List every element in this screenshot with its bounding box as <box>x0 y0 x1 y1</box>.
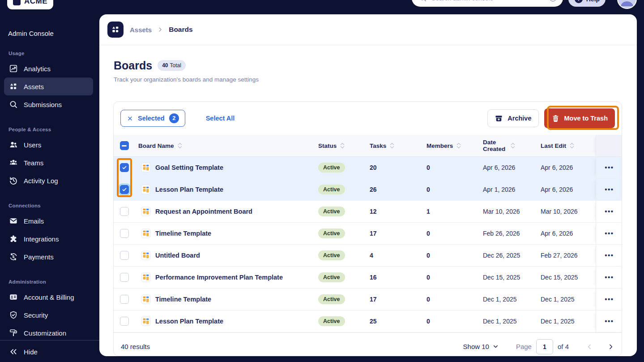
page-size-label: Show 10 <box>463 343 489 350</box>
search-help-icon[interactable]: ? <box>549 0 557 2</box>
sidebar-item-emails[interactable]: Emails <box>4 212 93 230</box>
last-edit-value: Dec 15, 2025 <box>535 267 596 288</box>
archive-label: Archive <box>508 115 531 122</box>
row-checkbox[interactable] <box>120 229 129 238</box>
select-all-checkbox[interactable] <box>120 141 129 150</box>
chevron-double-left-icon <box>9 347 18 356</box>
sidebar-item-activity-log[interactable]: Activity Log <box>4 172 93 190</box>
move-to-trash-label: Move to Trash <box>564 115 608 122</box>
row-checkbox[interactable] <box>120 185 129 194</box>
user-avatar[interactable] <box>617 0 637 9</box>
previous-page-button[interactable] <box>586 343 593 350</box>
sort-icon[interactable] <box>389 142 395 149</box>
table-row[interactable]: Lesson Plan Template Active 25 0 Dec 1, … <box>114 310 622 332</box>
page-number-input[interactable] <box>536 339 553 354</box>
sidebar-item-security[interactable]: Security <box>4 306 93 324</box>
board-name[interactable]: Goal Setting Template <box>155 164 223 171</box>
board-name[interactable]: Timeline Template <box>155 230 211 237</box>
sort-icon[interactable] <box>340 142 345 149</box>
trash-icon <box>551 114 560 123</box>
date-created-value: Dec 15, 2025 <box>477 267 535 288</box>
row-actions-button[interactable]: ••• <box>605 209 614 214</box>
sidebar-item-payments[interactable]: $Payments <box>4 248 93 266</box>
tasks-value: 4 <box>365 245 421 266</box>
row-actions-button[interactable]: ••• <box>605 253 614 258</box>
table-row[interactable]: Request an Appointment Board Active 12 1… <box>114 201 622 223</box>
board-icon <box>141 207 151 216</box>
search-input[interactable] <box>412 0 563 7</box>
table-row[interactable]: Timeline Template Active 17 0 Feb 26, 20… <box>114 223 622 245</box>
sort-icon[interactable] <box>569 142 575 149</box>
help-button[interactable]: ? Help <box>568 0 606 7</box>
breadcrumb-assets[interactable]: Assets <box>130 26 152 34</box>
table-row[interactable]: Timeline Template Active 17 0 Dec 1, 202… <box>114 289 622 310</box>
move-to-trash-button[interactable]: Move to Trash <box>544 108 615 128</box>
page-title: Boards <box>114 59 152 72</box>
row-actions-button[interactable]: ••• <box>605 319 614 323</box>
row-actions-button[interactable]: ••• <box>605 297 614 302</box>
sidebar-item-analytics[interactable]: Analytics <box>4 60 93 78</box>
row-checkbox[interactable] <box>120 251 129 260</box>
sidebar-item-label: Payments <box>24 253 54 261</box>
clear-selection-button[interactable]: Selected 2 <box>120 110 185 127</box>
table-row[interactable]: Performance Improvement Plan Template Ac… <box>114 267 622 289</box>
row-checkbox[interactable] <box>120 295 129 304</box>
sidebar-section-label: Connections <box>9 203 99 208</box>
row-checkbox[interactable] <box>120 273 129 282</box>
board-icon <box>141 316 151 326</box>
table-toolbar: Selected 2 Select All Archive Move to Tr… <box>114 102 622 135</box>
board-icon <box>141 185 151 194</box>
board-name[interactable]: Timeline Template <box>155 296 211 303</box>
acme-logo[interactable]: ACME <box>7 0 53 9</box>
paint-roller-icon <box>9 328 18 337</box>
svg-text:?: ? <box>577 0 580 2</box>
archive-button[interactable]: Archive <box>487 109 538 127</box>
sidebar-item-label: Security <box>24 311 48 319</box>
sidebar-item-hide[interactable]: Hide <box>4 343 93 361</box>
row-actions-button[interactable]: ••• <box>605 187 614 192</box>
sidebar: ACME Admin Console UsageAnalyticsAssetsS… <box>0 0 99 362</box>
board-name[interactable]: Untitled Board <box>155 252 200 259</box>
total-count: 40 <box>162 62 168 69</box>
status-badge: Active <box>318 185 345 194</box>
row-checkbox[interactable] <box>120 317 129 326</box>
board-name[interactable]: Lesson Plan Template <box>155 186 223 193</box>
row-checkbox[interactable] <box>120 163 129 172</box>
row-checkbox[interactable] <box>120 207 129 216</box>
total-count-badge: 40Total <box>158 60 186 71</box>
sidebar-item-teams[interactable]: Teams <box>4 154 93 172</box>
sidebar-item-integrations[interactable]: Integrations <box>4 230 93 248</box>
sidebar-item-customization[interactable]: Customization <box>4 324 93 342</box>
board-icon <box>141 272 151 282</box>
help-label: Help <box>586 0 600 3</box>
board-icon <box>141 294 151 304</box>
sort-icon[interactable] <box>510 142 516 149</box>
select-all-link[interactable]: Select All <box>206 115 235 122</box>
sidebar-item-label: Users <box>24 141 41 149</box>
board-name[interactable]: Request an Appointment Board <box>155 208 252 215</box>
sidebar-item-users[interactable]: Users <box>4 136 93 154</box>
sort-icon[interactable] <box>177 142 183 149</box>
page-size-select[interactable]: Show 10 <box>463 343 499 350</box>
close-icon <box>127 115 133 122</box>
column-board-name: Board Name <box>138 142 174 149</box>
row-actions-button[interactable]: ••• <box>605 231 614 236</box>
table-row[interactable]: Untitled Board Active 4 0 Dec 26, 2025 F… <box>114 245 622 267</box>
table-row[interactable]: Goal Setting Template Active 20 0 Apr 6,… <box>114 157 622 179</box>
breadcrumb-boards: Boards <box>169 26 192 34</box>
sidebar-item-assets[interactable]: Assets <box>4 78 93 95</box>
table-row[interactable]: Lesson Plan Template Active 26 0 Apr 1, … <box>114 179 622 201</box>
column-status: Status <box>318 142 337 149</box>
page-header: Boards 40Total Track your organization's… <box>114 59 259 83</box>
sort-icon[interactable] <box>456 142 461 149</box>
board-name[interactable]: Performance Improvement Plan Template <box>155 274 283 281</box>
board-name[interactable]: Lesson Plan Template <box>155 318 223 325</box>
next-page-button[interactable] <box>607 343 614 350</box>
row-actions-button[interactable]: ••• <box>605 165 614 170</box>
last-edit-value: Mar 10, 2026 <box>535 201 596 222</box>
sidebar-item-submissions[interactable]: Submissions <box>4 95 93 113</box>
row-actions-button[interactable]: ••• <box>605 275 614 280</box>
table-header-row: Board Name Status Tasks Members Date Cre… <box>114 135 622 157</box>
sidebar-item-account-billing[interactable]: Account & Billing <box>4 288 93 306</box>
table-footer: 40 results Show 10 Page of 4 <box>114 332 622 356</box>
